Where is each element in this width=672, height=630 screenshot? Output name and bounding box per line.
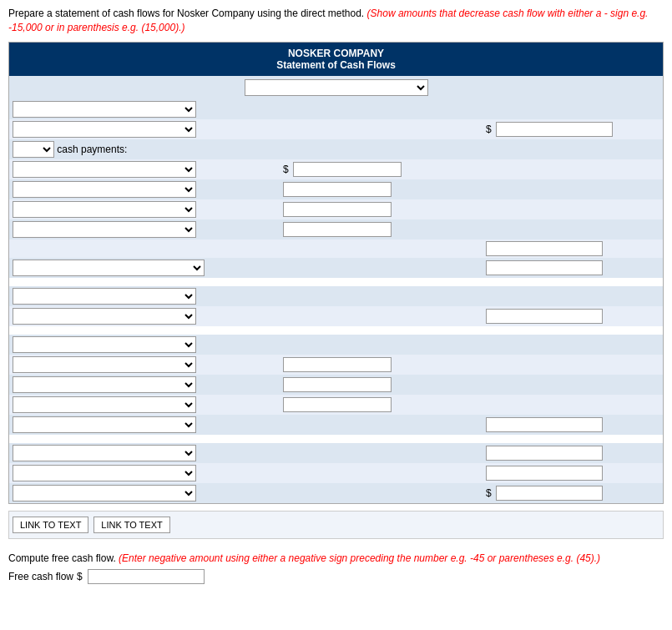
row6-dropdown[interactable] xyxy=(13,201,196,218)
statement-title: Statement of Cash Flows xyxy=(13,59,659,71)
row2-dropdown[interactable] xyxy=(13,121,196,138)
spacer-row xyxy=(9,278,663,286)
statement-header: NOSKER COMPANY Statement of Cash Flows xyxy=(9,43,663,76)
statement-container: NOSKER COMPANY Statement of Cash Flows $ xyxy=(8,42,664,504)
row18-input[interactable] xyxy=(486,466,603,481)
row15-input[interactable] xyxy=(283,397,392,412)
row4-dropdown[interactable] xyxy=(13,161,196,178)
row9-dropdown[interactable] xyxy=(13,260,205,276)
buttons-bar: LINK TO TEXT LINK TO TEXT xyxy=(8,511,664,539)
cash-payments-label: cash payments: xyxy=(57,144,127,155)
row6-input[interactable] xyxy=(283,202,392,217)
dollar-sign: $ xyxy=(283,164,289,175)
table-row: $ xyxy=(9,483,663,503)
table-row xyxy=(9,415,663,435)
compute-label: Compute free cash flow. xyxy=(8,552,116,564)
row1-dropdown[interactable] xyxy=(13,101,196,118)
table-row: cash payments: xyxy=(9,139,663,159)
row7-dropdown[interactable] xyxy=(13,221,196,238)
row2-input[interactable] xyxy=(496,122,613,137)
table-row xyxy=(9,199,663,219)
table-row xyxy=(9,395,663,415)
compute-section: Compute free cash flow. (Enter negative … xyxy=(0,546,672,591)
row5-input[interactable] xyxy=(283,182,392,197)
free-cash-flow-input[interactable] xyxy=(88,569,205,584)
instructions: Prepare a statement of cash flows for No… xyxy=(0,0,672,42)
table-row xyxy=(9,239,663,258)
table-row xyxy=(9,443,663,463)
spacer-row xyxy=(9,435,663,443)
table-row xyxy=(9,463,663,483)
header-section-dropdown[interactable] xyxy=(245,79,428,96)
row18-dropdown[interactable] xyxy=(13,465,196,481)
table-row xyxy=(9,99,663,119)
row13-dropdown[interactable] xyxy=(13,356,196,373)
link-to-text-button-2[interactable]: LINK TO TEXT xyxy=(93,517,169,533)
row8-input[interactable] xyxy=(486,241,603,256)
row12-dropdown[interactable] xyxy=(13,336,196,353)
spacer-row xyxy=(9,326,663,335)
table-row xyxy=(9,375,663,395)
row17-input[interactable] xyxy=(486,446,603,461)
row11-input[interactable] xyxy=(486,309,603,324)
dollar-sign-final: $ xyxy=(486,487,492,499)
instruction-text: Prepare a statement of cash flows for No… xyxy=(8,8,364,19)
row19-input[interactable] xyxy=(496,486,603,501)
row19-dropdown[interactable] xyxy=(13,485,196,501)
free-cash-flow-label: Free cash flow xyxy=(8,571,73,582)
free-cash-dollar-sign: $ xyxy=(77,571,83,582)
row17-dropdown[interactable] xyxy=(13,445,196,461)
table-row xyxy=(9,306,663,326)
table-row xyxy=(9,286,663,306)
row10-dropdown[interactable] xyxy=(13,288,196,305)
row7-input[interactable] xyxy=(283,222,392,237)
table-row xyxy=(9,258,663,278)
row4-input[interactable] xyxy=(293,162,402,177)
row14-dropdown[interactable] xyxy=(13,376,196,393)
table-row: $ xyxy=(9,159,663,179)
compute-italic: (Enter negative amount using either a ne… xyxy=(119,552,600,564)
row5-dropdown[interactable] xyxy=(13,181,196,198)
table-row xyxy=(9,355,663,375)
free-cash-flow-row: Free cash flow $ xyxy=(8,569,664,584)
header-dropdown-row[interactable] xyxy=(9,76,663,99)
row13-input[interactable] xyxy=(283,357,392,372)
company-name: NOSKER COMPANY xyxy=(13,48,659,59)
table-row: $ xyxy=(9,119,663,139)
row16-dropdown[interactable] xyxy=(13,416,196,433)
table-row xyxy=(9,179,663,199)
row11-dropdown[interactable] xyxy=(13,308,196,325)
row15-dropdown[interactable] xyxy=(13,396,196,413)
form-table: $ cash payments: $ xyxy=(9,99,663,503)
row3-small-dropdown[interactable] xyxy=(13,141,54,158)
table-row xyxy=(9,335,663,355)
row9-input[interactable] xyxy=(486,260,603,275)
table-row xyxy=(9,219,663,239)
dollar-sign: $ xyxy=(486,123,492,135)
row16-input[interactable] xyxy=(486,417,603,432)
link-to-text-button-1[interactable]: LINK TO TEXT xyxy=(13,517,88,533)
row14-input[interactable] xyxy=(283,377,392,392)
